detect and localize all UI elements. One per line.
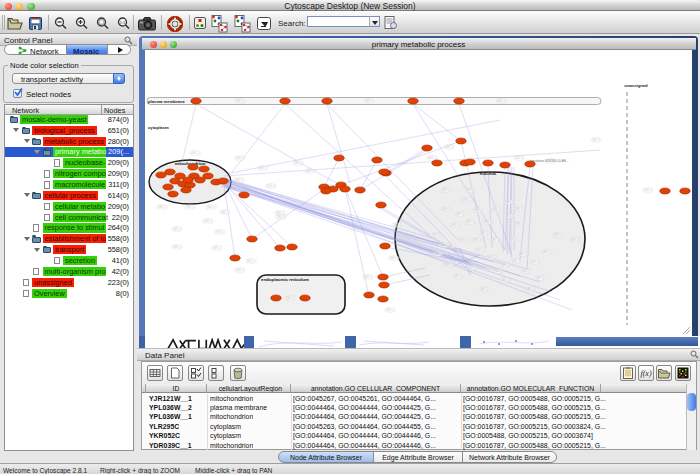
svg-text:(GO:..): (GO:..) xyxy=(207,205,215,209)
svg-text:(GO:..): (GO:..) xyxy=(592,138,600,142)
svg-text:(GO:..): (GO:..) xyxy=(364,275,372,279)
svg-text:(GO:..): (GO:..) xyxy=(213,246,221,250)
svg-text:(GO:..): (GO:..) xyxy=(386,308,394,312)
svg-text:(GO:..): (GO:..) xyxy=(468,266,476,270)
svg-text:(GO:..): (GO:..) xyxy=(428,156,436,160)
svg-text:(GO:..): (GO:..) xyxy=(221,210,229,214)
svg-text:(GO:..): (GO:..) xyxy=(448,244,456,248)
svg-text:(GO:..): (GO:..) xyxy=(512,259,520,263)
svg-text:(GO:..): (GO:..) xyxy=(459,238,467,242)
svg-text:(GO:..): (GO:..) xyxy=(236,156,244,160)
svg-text:(GO:..): (GO:..) xyxy=(454,274,462,278)
svg-text:(GO:..): (GO:..) xyxy=(519,252,527,256)
svg-text:(GO:..): (GO:..) xyxy=(466,220,474,224)
svg-text:(GO:..): (GO:..) xyxy=(442,188,450,192)
svg-text:(GO:..): (GO:..) xyxy=(487,255,495,259)
svg-text:(GO:..): (GO:..) xyxy=(390,256,398,260)
svg-text:(GO:..): (GO:..) xyxy=(365,99,373,103)
svg-text:(GO:..): (GO:..) xyxy=(236,99,244,103)
svg-text:(GO:..): (GO:..) xyxy=(445,145,453,149)
svg-text:(GO:..): (GO:..) xyxy=(501,278,509,282)
svg-text:(GO:..): (GO:..) xyxy=(480,231,488,235)
svg-text:(GO:..): (GO:..) xyxy=(463,198,471,202)
svg-text:(GO:..): (GO:..) xyxy=(236,268,244,272)
svg-text:(GO:..): (GO:..) xyxy=(531,260,539,264)
svg-text:(GO:..): (GO:..) xyxy=(186,205,194,209)
svg-text:(GO:..): (GO:..) xyxy=(204,219,212,223)
svg-text:(GO:..): (GO:..) xyxy=(393,223,401,227)
svg-text:(GO:..): (GO:..) xyxy=(491,238,499,242)
svg-text:(GO:..): (GO:..) xyxy=(644,188,652,192)
svg-text:(GO:..): (GO:..) xyxy=(277,215,285,219)
svg-text:(GO:..): (GO:..) xyxy=(505,214,513,218)
svg-text:(GO:..): (GO:..) xyxy=(515,207,523,211)
svg-text:(GO:..): (GO:..) xyxy=(474,208,482,212)
svg-text:(GO:..): (GO:..) xyxy=(432,233,440,237)
svg-text:(GO:..): (GO:..) xyxy=(173,245,181,249)
svg-text:(GO:..): (GO:..) xyxy=(473,238,481,242)
svg-text:(GO:..): (GO:..) xyxy=(505,200,513,204)
svg-text:(GO:..): (GO:..) xyxy=(267,184,275,188)
svg-text:(GO:..): (GO:..) xyxy=(466,188,474,192)
svg-text:(GO:..): (GO:..) xyxy=(306,169,314,173)
svg-text:(GO:..): (GO:..) xyxy=(294,161,302,165)
svg-text:annotation.GO.CELLULAR...: annotation.GO.CELLULAR... xyxy=(530,159,569,163)
svg-text:(GO:..): (GO:..) xyxy=(451,223,459,227)
svg-text:(GO:..): (GO:..) xyxy=(492,208,500,212)
svg-text:(GO:..): (GO:..) xyxy=(191,151,199,155)
svg-text:plasma membrane: plasma membrane xyxy=(148,99,185,104)
svg-text:f(x): f(x) xyxy=(640,369,651,378)
svg-text:(GO:..): (GO:..) xyxy=(442,207,450,211)
svg-text:(GO:..): (GO:..) xyxy=(286,296,294,300)
svg-text:(GO:..): (GO:..) xyxy=(247,259,255,263)
svg-text:(GO:..): (GO:..) xyxy=(158,205,166,209)
svg-text:(GO:..): (GO:..) xyxy=(216,230,224,234)
svg-text:(GO:..): (GO:..) xyxy=(526,287,534,291)
svg-text:(GO:..): (GO:..) xyxy=(522,269,530,273)
svg-text:(GO:..): (GO:..) xyxy=(515,156,523,160)
svg-text:(GO:..): (GO:..) xyxy=(508,238,516,242)
svg-text:(GO:..): (GO:..) xyxy=(497,99,505,103)
svg-text:(GO:..): (GO:..) xyxy=(501,263,509,267)
svg-text:unassigned: unassigned xyxy=(624,83,648,88)
svg-text:(GO:..): (GO:..) xyxy=(434,252,442,256)
svg-text:1:1: 1:1 xyxy=(120,19,126,24)
svg-text:(GO:..): (GO:..) xyxy=(536,276,544,280)
svg-text:(GO:..): (GO:..) xyxy=(494,269,502,273)
svg-text:endoplasmic reticulum: endoplasmic reticulum xyxy=(261,277,309,282)
svg-text:(GO:..): (GO:..) xyxy=(554,233,562,237)
svg-text:(GO:..): (GO:..) xyxy=(480,287,488,291)
svg-text:(GO:..): (GO:..) xyxy=(476,248,484,252)
svg-text:(GO:..): (GO:..) xyxy=(543,250,551,254)
svg-text:(GO:..): (GO:..) xyxy=(515,222,523,226)
svg-text:cytoplasm: cytoplasm xyxy=(148,125,169,130)
svg-text:(GO:..): (GO:..) xyxy=(259,166,267,170)
svg-text:(GO:..): (GO:..) xyxy=(484,220,492,224)
svg-text:(GO:..): (GO:..) xyxy=(444,263,452,267)
svg-text:(GO:..): (GO:..) xyxy=(456,212,464,216)
svg-text:(GO:..): (GO:..) xyxy=(235,178,243,182)
svg-text:(GO:..): (GO:..) xyxy=(173,227,181,231)
svg-text:(GO:..): (GO:..) xyxy=(571,238,579,242)
